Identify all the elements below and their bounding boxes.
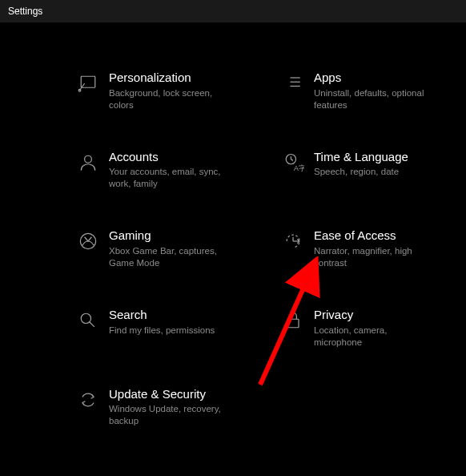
item-desc: Find my files, permissions: [109, 325, 215, 337]
svg-line-11: [291, 159, 293, 160]
item-title: Time & Language: [314, 150, 408, 165]
accounts-icon: [72, 150, 104, 174]
ease-of-access-icon: [277, 228, 309, 252]
settings-item-apps[interactable]: Apps Uninstall, defaults, optional featu…: [277, 71, 450, 111]
settings-item-time-language[interactable]: A字 Time & Language Speech, region, date: [277, 150, 450, 191]
item-desc: Location, camera, microphone: [314, 325, 437, 349]
svg-rect-18: [287, 319, 299, 328]
item-desc: Narrator, magnifier, high contrast: [314, 245, 437, 269]
settings-item-gaming[interactable]: Gaming Xbox Game Bar, captures, Game Mod…: [72, 228, 245, 269]
privacy-icon: [277, 308, 309, 332]
item-desc: Uninstall, defaults, optional features: [314, 87, 437, 111]
window-title: Settings: [8, 6, 42, 17]
item-title: Ease of Access: [314, 228, 437, 244]
svg-line-17: [90, 322, 94, 327]
time-language-icon: A字: [277, 150, 309, 174]
item-title: Gaming: [109, 228, 232, 244]
settings-item-update-security[interactable]: Update & Security Windows Update, recove…: [72, 387, 245, 428]
settings-item-ease-of-access[interactable]: Ease of Access Narrator, magnifier, high…: [277, 228, 450, 269]
gaming-icon: [72, 228, 104, 252]
settings-content: Personalization Background, lock screen,…: [0, 22, 466, 427]
item-title: Update & Security: [109, 387, 232, 402]
item-desc: Windows Update, recovery, backup: [109, 403, 232, 427]
settings-item-accounts[interactable]: Accounts Your accounts, email, sync, wor…: [72, 150, 245, 191]
item-title: Apps: [314, 71, 437, 86]
personalization-icon: [72, 71, 104, 95]
settings-item-search[interactable]: Search Find my files, permissions: [72, 308, 245, 349]
apps-icon: [277, 71, 309, 95]
svg-point-8: [85, 155, 92, 163]
search-icon: [72, 308, 104, 332]
settings-item-personalization[interactable]: Personalization Background, lock screen,…: [72, 71, 245, 111]
svg-text:A字: A字: [294, 163, 304, 171]
item-desc: Your accounts, email, sync, work, family: [109, 166, 232, 190]
item-title: Search: [109, 308, 215, 323]
item-title: Personalization: [109, 71, 232, 86]
item-desc: Xbox Game Bar, captures, Game Mode: [109, 245, 232, 269]
item-desc: Background, lock screen, colors: [109, 87, 232, 111]
window-titlebar: Settings: [0, 0, 466, 22]
svg-point-16: [81, 313, 90, 323]
settings-grid: Personalization Background, lock screen,…: [72, 71, 450, 427]
item-desc: Speech, region, date: [314, 166, 408, 178]
item-title: Privacy: [314, 308, 437, 323]
update-security-icon: [72, 387, 104, 411]
item-title: Accounts: [109, 150, 232, 165]
settings-item-privacy[interactable]: Privacy Location, camera, microphone: [277, 308, 450, 349]
